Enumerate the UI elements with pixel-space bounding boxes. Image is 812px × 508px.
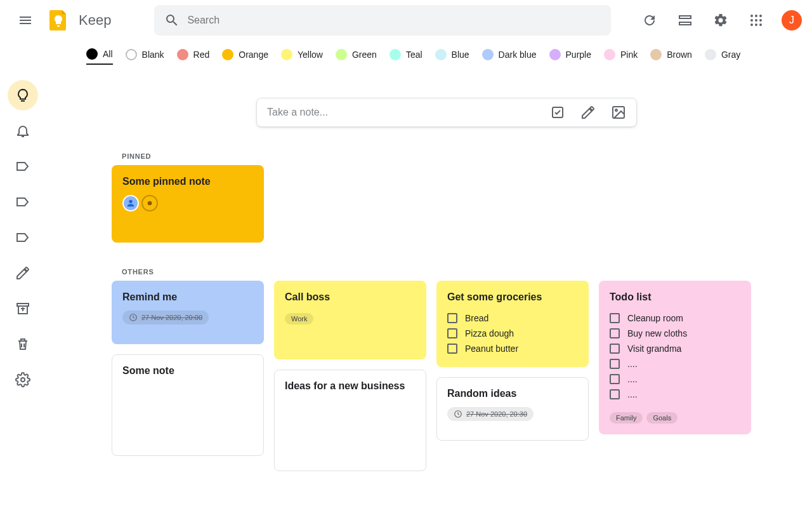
sidebar-label-2[interactable] <box>8 187 38 217</box>
checkbox-icon[interactable] <box>610 344 620 354</box>
checkbox-icon[interactable] <box>610 328 620 338</box>
checklist-item[interactable]: .... <box>610 371 740 387</box>
checklist-item[interactable]: Pizza dough <box>447 326 578 341</box>
new-list-icon[interactable] <box>550 105 565 120</box>
color-filter-teal[interactable]: Teal <box>390 49 422 64</box>
checklist-item[interactable]: Bread <box>447 311 578 326</box>
checklist-item[interactable]: Buy new cloths <box>610 326 740 341</box>
settings-button[interactable] <box>705 5 736 36</box>
lightbulb-icon <box>15 88 30 103</box>
label-chip[interactable]: Work <box>285 313 313 324</box>
refresh-button[interactable] <box>634 5 665 36</box>
color-filter-dark-blue[interactable]: Dark blue <box>482 49 537 64</box>
svg-point-12 <box>615 109 617 111</box>
apps-button[interactable] <box>741 5 771 36</box>
sidebar-trash[interactable] <box>8 329 38 359</box>
color-filter-all[interactable]: All <box>86 48 113 65</box>
svg-point-14 <box>148 201 152 206</box>
color-filter-brown[interactable]: Brown <box>650 49 692 64</box>
color-filter-gray[interactable]: Gray <box>705 49 740 64</box>
checklist-item[interactable]: Visit grandma <box>610 341 740 356</box>
sidebar-reminders[interactable] <box>8 116 38 146</box>
color-filter-pink[interactable]: Pink <box>604 49 638 64</box>
color-dot <box>390 49 401 60</box>
color-dot <box>281 49 292 60</box>
note-card[interactable]: Ideas for a new business <box>274 370 426 471</box>
collaborators <box>122 195 253 211</box>
note-card[interactable]: Random ideas27 Nov 2020, 20:30 <box>436 377 589 441</box>
reminder-chip[interactable]: 27 Nov 2020, 20:30 <box>447 407 534 421</box>
color-filter-blank[interactable]: Blank <box>126 49 164 64</box>
sidebar-settings[interactable] <box>8 364 38 395</box>
checkbox-icon[interactable] <box>447 344 457 354</box>
color-filter-yellow[interactable]: Yellow <box>281 49 323 64</box>
color-filter-label: Yellow <box>298 50 323 60</box>
color-filter-label: Dark blue <box>499 50 537 60</box>
bell-icon <box>15 123 30 138</box>
note-card[interactable]: Call bossWork <box>274 281 426 359</box>
color-filter-green[interactable]: Green <box>336 49 377 64</box>
note-card[interactable]: Get some groceriesBreadPizza doughPeanut… <box>436 281 589 367</box>
color-filter-label: Blue <box>452 50 469 60</box>
keep-logo <box>46 8 71 33</box>
search-input[interactable] <box>187 15 601 26</box>
sidebar-label-1[interactable] <box>8 151 38 182</box>
hamburger-icon <box>18 13 33 28</box>
notes-column: Get some groceriesBreadPizza doughPeanut… <box>436 281 589 471</box>
checkbox-icon[interactable] <box>610 313 620 323</box>
main-menu-button[interactable] <box>10 5 41 36</box>
note-card[interactable]: Todo listCleanup roomBuy new clothsVisit… <box>599 281 751 434</box>
svg-point-0 <box>750 15 753 17</box>
account-avatar[interactable]: J <box>782 10 802 30</box>
take-note-bar[interactable]: Take a note... <box>256 98 637 127</box>
reminder-chip[interactable]: 27 Nov 2020, 20:00 <box>122 311 209 324</box>
checklist-item[interactable]: Peanut butter <box>447 341 578 356</box>
label-icon <box>15 194 30 210</box>
note-card[interactable]: Some note <box>112 354 264 456</box>
app-title: Keep <box>79 12 111 29</box>
svg-point-3 <box>750 19 753 22</box>
checkbox-icon[interactable] <box>447 328 457 338</box>
checklist-item[interactable]: .... <box>610 356 740 371</box>
checklist-item-text: .... <box>627 389 638 399</box>
label-chip[interactable]: Family <box>610 412 643 424</box>
archive-icon <box>15 301 30 316</box>
note-card[interactable]: Some pinned note <box>112 165 264 243</box>
color-dot <box>650 49 662 60</box>
color-filter-blue[interactable]: Blue <box>435 49 469 64</box>
checklist-item[interactable]: .... <box>610 387 740 402</box>
checklist-item-text: Pizza dough <box>465 328 514 338</box>
sidebar-archive[interactable] <box>8 293 38 324</box>
sidebar-notes[interactable] <box>8 80 38 110</box>
note-card[interactable]: Remind me27 Nov 2020, 20:00 <box>112 281 264 344</box>
reminder-text: 27 Nov 2020, 20:00 <box>141 314 202 321</box>
color-filter-label: Purple <box>566 50 591 60</box>
trash-icon <box>15 337 30 352</box>
note-title: Get some groceries <box>447 291 578 303</box>
color-filter-label: Pink <box>620 50 638 60</box>
sidebar-label-3[interactable] <box>8 222 38 253</box>
color-filter-red[interactable]: Red <box>177 49 210 64</box>
pencil-icon <box>15 265 30 281</box>
checklist-item[interactable]: Cleanup room <box>610 311 740 326</box>
sidebar-edit-labels[interactable] <box>8 258 38 288</box>
checklist-item-text: Peanut butter <box>465 344 518 354</box>
color-filter-orange[interactable]: Orange <box>222 49 268 64</box>
svg-point-1 <box>755 15 757 17</box>
label-chip[interactable]: Goals <box>646 412 678 424</box>
color-filter-label: Green <box>352 50 377 60</box>
new-image-icon[interactable] <box>611 105 626 120</box>
svg-point-4 <box>755 19 757 22</box>
label-icon <box>15 159 30 174</box>
checkbox-icon[interactable] <box>610 359 620 369</box>
search-bar[interactable] <box>154 5 611 36</box>
list-view-button[interactable] <box>670 5 700 36</box>
checkbox-icon[interactable] <box>447 313 457 323</box>
reminder-text: 27 Nov 2020, 20:30 <box>466 410 527 418</box>
collaborator-avatar[interactable] <box>122 195 139 211</box>
new-drawing-icon[interactable] <box>580 105 596 120</box>
collaborator-avatar[interactable] <box>141 195 158 211</box>
checkbox-icon[interactable] <box>610 374 620 384</box>
color-filter-purple[interactable]: Purple <box>549 49 591 64</box>
checkbox-icon[interactable] <box>610 389 620 399</box>
